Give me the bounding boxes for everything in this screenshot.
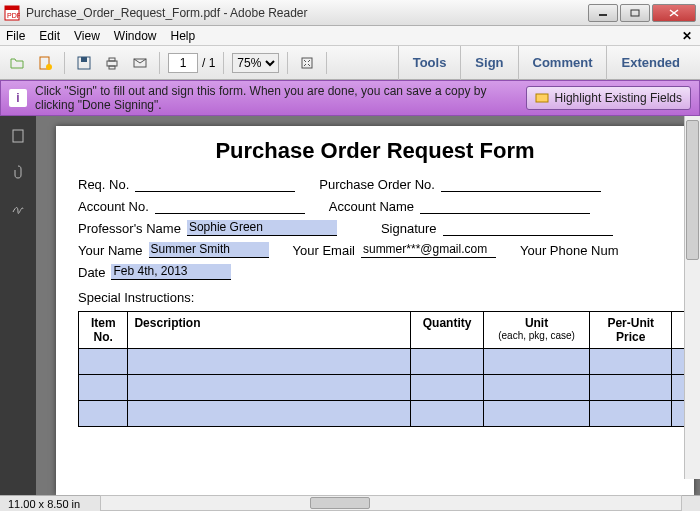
reqno-label: Req. No. [78, 177, 129, 192]
th-unit-sub: (each, pkg, case) [490, 330, 583, 341]
cell-desc[interactable] [128, 401, 411, 427]
menu-close-doc[interactable]: ✕ [682, 29, 692, 43]
zoom-select[interactable]: 75% [232, 53, 279, 73]
sign-infobar: i Click "Sign" to fill out and sign this… [0, 80, 700, 116]
cell-pu[interactable] [590, 349, 672, 375]
reqno-field[interactable] [135, 176, 295, 192]
svg-rect-12 [109, 58, 115, 61]
toolbar-separator [223, 52, 224, 74]
menu-view[interactable]: View [74, 29, 100, 43]
menu-file[interactable]: File [6, 29, 25, 43]
toolbar-right: Tools Sign Comment Extended [398, 46, 694, 80]
toolbar: / 1 75% Tools Sign Comment Extended [0, 46, 700, 80]
vertical-scrollbar[interactable] [684, 116, 700, 479]
cell-pu[interactable] [590, 401, 672, 427]
menu-window[interactable]: Window [114, 29, 157, 43]
prof-label: Professor's Name [78, 221, 181, 236]
maximize-button[interactable] [620, 4, 650, 22]
side-panel [0, 116, 36, 495]
menu-help[interactable]: Help [171, 29, 196, 43]
svg-rect-10 [81, 57, 87, 62]
extended-button[interactable]: Extended [606, 46, 694, 80]
th-perunit: Per-Unit Price [590, 312, 672, 349]
email-field[interactable]: summer***@gmail.com [361, 242, 496, 258]
attachments-icon[interactable] [10, 164, 26, 180]
cell-pu[interactable] [590, 375, 672, 401]
svg-rect-13 [109, 66, 115, 69]
th-qty: Quantity [411, 312, 484, 349]
yourname-field[interactable]: Summer Smith [149, 242, 269, 258]
svg-rect-11 [107, 61, 117, 66]
scrollbar-thumb[interactable] [310, 497, 370, 509]
svg-text:PDF: PDF [7, 12, 20, 19]
menubar: File Edit View Window Help ✕ [0, 26, 700, 46]
main-area: Purchase Order Request Form Req. No. Pur… [0, 116, 700, 495]
cell-item[interactable] [79, 401, 128, 427]
toolbar-separator [326, 52, 327, 74]
horizontal-scrollbar[interactable] [100, 495, 682, 511]
thumbnails-icon[interactable] [10, 128, 26, 144]
info-icon: i [9, 89, 27, 107]
pono-field[interactable] [441, 176, 601, 192]
highlight-icon [535, 91, 549, 105]
window-controls [588, 4, 696, 22]
special-label: Special Instructions: [78, 290, 672, 305]
acctname-field[interactable] [420, 198, 590, 214]
page-total: / 1 [202, 56, 215, 70]
print-button[interactable] [101, 52, 123, 74]
minimize-button[interactable] [588, 4, 618, 22]
document-area[interactable]: Purchase Order Request Form Req. No. Pur… [36, 116, 700, 495]
sig-label: Signature [381, 221, 437, 236]
items-table: Item No. Description Quantity Unit(each,… [78, 311, 700, 427]
toolbar-separator [64, 52, 65, 74]
comment-button[interactable]: Comment [518, 46, 607, 80]
cell-unit[interactable] [484, 375, 590, 401]
save-button[interactable] [73, 52, 95, 74]
th-item: Item No. [79, 312, 128, 349]
form-title: Purchase Order Request Form [78, 138, 672, 164]
acctno-label: Account No. [78, 199, 149, 214]
phone-label: Your Phone Num [520, 243, 619, 258]
th-desc: Description [128, 312, 411, 349]
signbar-message: Click "Sign" to fill out and sign this f… [35, 84, 518, 113]
email-label: Your Email [293, 243, 355, 258]
scrollbar-thumb[interactable] [686, 120, 699, 260]
cell-qty[interactable] [411, 349, 484, 375]
date-field[interactable]: Feb 4th, 2013 [111, 264, 231, 280]
sig-field[interactable] [443, 220, 613, 236]
close-button[interactable] [652, 4, 696, 22]
pdf-page: Purchase Order Request Form Req. No. Pur… [56, 126, 694, 495]
toolbar-separator [287, 52, 288, 74]
page-size-status: 11.00 x 8.50 in [8, 498, 80, 510]
pdf-icon: PDF [4, 5, 20, 21]
tools-button[interactable]: Tools [398, 46, 461, 80]
cell-desc[interactable] [128, 375, 411, 401]
cell-desc[interactable] [128, 349, 411, 375]
email-button[interactable] [129, 52, 151, 74]
cell-qty[interactable] [411, 401, 484, 427]
cell-item[interactable] [79, 349, 128, 375]
cell-qty[interactable] [411, 375, 484, 401]
zoom-control: 75% [232, 53, 279, 73]
signatures-icon[interactable] [10, 200, 26, 216]
prof-field[interactable]: Sophie Green [187, 220, 337, 236]
page-input[interactable] [168, 53, 198, 73]
svg-rect-17 [13, 130, 23, 142]
cell-item[interactable] [79, 375, 128, 401]
sign-button[interactable]: Sign [460, 46, 517, 80]
create-pdf-button[interactable] [34, 52, 56, 74]
date-label: Date [78, 265, 105, 280]
cell-unit[interactable] [484, 349, 590, 375]
page-nav: / 1 [168, 53, 215, 73]
menu-edit[interactable]: Edit [39, 29, 60, 43]
fit-button[interactable] [296, 52, 318, 74]
titlebar: PDF Purchase_Order_Request_Form.pdf - Ad… [0, 0, 700, 26]
cell-unit[interactable] [484, 401, 590, 427]
acctno-field[interactable] [155, 198, 305, 214]
toolbar-separator [159, 52, 160, 74]
svg-rect-1 [5, 6, 19, 10]
th-unit-text: Unit [525, 316, 548, 330]
open-button[interactable] [6, 52, 28, 74]
highlight-fields-button[interactable]: Highlight Existing Fields [526, 86, 691, 110]
window-title: Purchase_Order_Request_Form.pdf - Adobe … [26, 6, 588, 20]
